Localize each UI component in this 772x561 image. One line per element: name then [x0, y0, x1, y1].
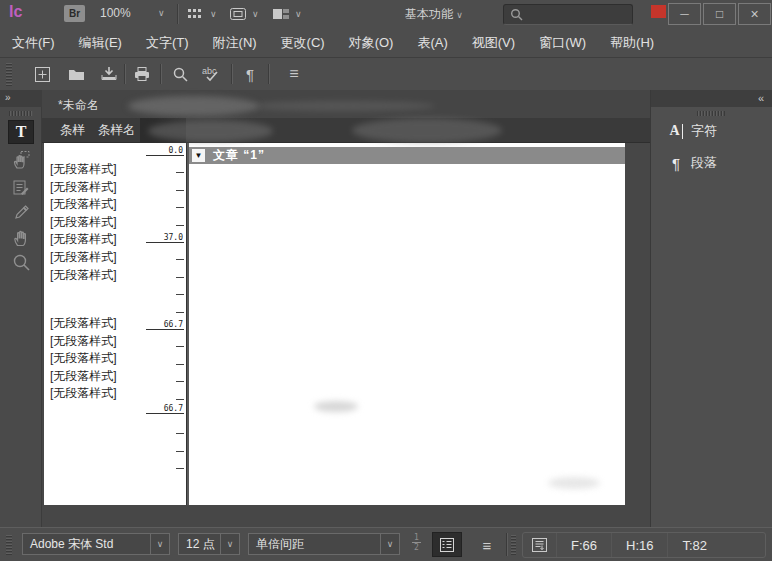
hidden-characters-button[interactable]: ¶ — [236, 61, 264, 87]
statusbar-gripper[interactable] — [6, 535, 12, 555]
minimize-button[interactable]: ─ — [668, 3, 701, 25]
menu-item[interactable]: 帮助(H) — [610, 34, 654, 52]
paragraph-style-row[interactable]: [无段落样式] — [50, 368, 117, 385]
new-document-button[interactable] — [28, 61, 56, 87]
arrange-documents-dropdown[interactable]: ∨ — [272, 5, 302, 23]
type-tool-icon: T — [16, 123, 27, 141]
tools-panel-header[interactable]: » — [0, 90, 42, 107]
menu-item[interactable]: 表(A) — [417, 34, 447, 52]
menu-item[interactable]: 更改(C) — [281, 34, 325, 52]
statusbar-menu-button[interactable]: ≡ — [474, 532, 500, 558]
toolbar-menu-button[interactable]: ≡ — [280, 61, 308, 87]
menu-item[interactable]: 视图(V) — [472, 34, 515, 52]
font-size-select[interactable]: 12 点 ∨ — [178, 533, 240, 555]
view-options-dropdown[interactable]: ∨ — [187, 5, 217, 23]
paragraph-style-row[interactable]: [无段落样式] — [50, 231, 117, 248]
type-tool[interactable]: T — [8, 120, 34, 144]
app-toolbar: abc ¶ ≡ — [0, 59, 772, 91]
chevron-down-icon: ∨ — [456, 10, 463, 20]
position-tool-icon — [11, 150, 31, 170]
paragraph-panel-button[interactable]: ¶ 段落 — [651, 148, 772, 178]
menu-icon: ≡ — [483, 537, 492, 554]
note-tool[interactable] — [8, 176, 34, 200]
find-button[interactable] — [166, 61, 194, 87]
spell-check-button[interactable]: abc — [198, 61, 226, 87]
ruler-tick — [176, 468, 184, 469]
maximize-button[interactable]: □ — [703, 3, 736, 25]
magnifier-icon — [12, 253, 31, 272]
ruler-tick — [176, 381, 184, 382]
story-title: 文章 “1” — [213, 147, 265, 164]
character-panel-label: 字符 — [691, 122, 717, 140]
paragraph-style-row[interactable]: [无段落样式] — [50, 333, 117, 350]
statusbar-gripper[interactable] — [511, 535, 516, 555]
workspace: » T — [0, 90, 772, 527]
paragraph-style-row[interactable]: [无段落样式] — [50, 267, 117, 284]
menu-item[interactable]: 文字(T) — [146, 34, 189, 52]
menu-icon: ≡ — [289, 65, 298, 83]
incopy-window: Ic Br 100% ∨ ∨ ∨ ∨ — [0, 0, 772, 561]
menu-item[interactable]: 文件(F) — [12, 34, 55, 52]
status-bar: Adobe 宋体 Std ∨ 12 点 ∨ 单倍间距 ∨ 1 2 ≡ — [0, 527, 772, 561]
story-header-bar[interactable]: ▼ 文章 “1” — [189, 147, 625, 164]
screen-mode-dropdown[interactable]: ∨ — [229, 5, 259, 23]
toolbar-gripper[interactable] — [6, 63, 12, 86]
paragraph-style-row[interactable]: [无段落样式] — [50, 161, 117, 178]
chevron-down-icon: ∨ — [295, 9, 302, 19]
story-column[interactable]: ▼ 文章 “1” — [189, 143, 625, 505]
print-button[interactable] — [128, 61, 156, 87]
tools-panel-gripper[interactable] — [9, 111, 33, 116]
workspace-switcher[interactable]: 基本功能 ∨ — [405, 6, 463, 23]
menu-item[interactable]: 窗口(W) — [539, 34, 586, 52]
bridge-button[interactable]: Br — [64, 5, 85, 22]
arrange-documents-icon — [272, 7, 290, 21]
hand-tool[interactable] — [8, 225, 34, 249]
paragraph-style-row[interactable]: [无段落样式] — [50, 350, 117, 367]
new-document-icon — [34, 66, 51, 83]
toolbar-separator — [160, 64, 162, 84]
document-tab[interactable]: *未命名 — [58, 97, 99, 114]
title-bar: Ic Br 100% ∨ ∨ ∨ ∨ — [0, 0, 772, 28]
font-family-select[interactable]: Adobe 宋体 Std ∨ — [22, 533, 170, 555]
paragraph-style-row[interactable]: [无段落样式] — [50, 214, 117, 231]
paragraph-style-row[interactable]: [无段落样式] — [50, 315, 117, 332]
ruler-major-mark: 66.7 — [146, 413, 184, 414]
font-size-value: 12 点 — [179, 536, 220, 553]
toolbar-separator — [231, 64, 233, 84]
search-input[interactable] — [525, 8, 629, 22]
view-tab-galley[interactable]: 条样 — [60, 118, 85, 143]
galley-info-toggle[interactable] — [432, 532, 462, 557]
menu-item[interactable]: 附注(N) — [213, 34, 257, 52]
collapse-panels-icon[interactable]: « — [758, 90, 764, 106]
copyfit-stat: T:82 — [667, 533, 721, 557]
leading-select[interactable]: 单倍间距 ∨ — [248, 533, 400, 555]
open-button[interactable] — [62, 61, 90, 87]
menu-item[interactable]: 对象(O) — [349, 34, 394, 52]
copyfit-stat: F:66 — [556, 533, 611, 557]
close-button[interactable]: × — [738, 3, 771, 25]
zoom-level-dropdown[interactable]: 100% ∨ — [100, 6, 131, 20]
paragraph-style-row[interactable]: [无段落样式] — [50, 249, 117, 266]
ruler-tick — [176, 433, 184, 434]
view-options-icon — [187, 7, 205, 21]
character-panel-button[interactable]: A 字符 — [651, 116, 772, 146]
galley-view[interactable]: [无段落样式][无段落样式][无段落样式][无段落样式][无段落样式][无段落样… — [44, 143, 625, 505]
collapse-story-button[interactable]: ▼ — [192, 149, 205, 162]
paragraph-panel-label: 段落 — [691, 154, 717, 172]
search-box[interactable] — [503, 4, 633, 25]
line-spacing-icon[interactable]: 1 2 — [412, 534, 421, 551]
eyedropper-tool[interactable] — [8, 201, 34, 225]
tools-panel: » T — [0, 90, 42, 527]
zoom-tool[interactable] — [8, 250, 34, 274]
ruler-major-mark: 0.0 — [146, 155, 184, 156]
chevron-down-icon: ∨ — [252, 9, 259, 19]
search-icon — [509, 7, 525, 23]
menu-item[interactable]: 编辑(E) — [79, 34, 122, 52]
save-button[interactable] — [95, 61, 123, 87]
paragraph-style-row[interactable]: [无段落样式] — [50, 179, 117, 196]
paragraph-style-row[interactable]: [无段落样式] — [50, 385, 117, 402]
paragraph-style-row[interactable]: [无段落样式] — [50, 196, 117, 213]
view-tab-story[interactable]: 条样名 — [98, 118, 136, 143]
pilcrow-icon: ¶ — [246, 66, 254, 83]
position-tool[interactable] — [8, 148, 34, 172]
